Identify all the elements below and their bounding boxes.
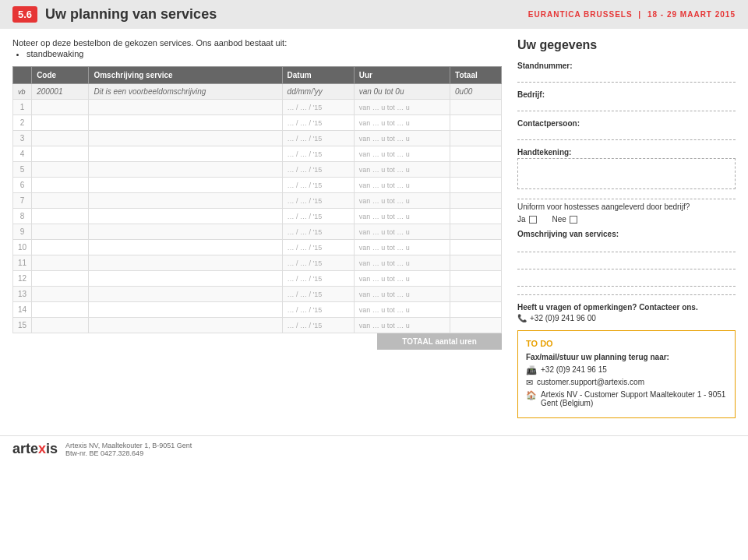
table-row: 2 … / … / '15 van … u tot … u (13, 115, 502, 131)
omschrijving-line3[interactable] (517, 276, 736, 287)
contact-phone: 📞 +32 (0)9 241 96 00 (517, 314, 736, 322)
col-datum: Datum (282, 67, 354, 84)
todo-text-1: customer.support@artexis.com (537, 378, 644, 386)
table-row: 3 … / … / '15 van … u tot … u (13, 131, 502, 146)
omschrijving-section: Omschrijving van services: (517, 230, 736, 287)
table-row: 13 … / … / '15 van … u tot … u (13, 287, 502, 302)
example-code: 200001 (32, 84, 89, 100)
main-content: Noteer op deze bestelbon de gekozen serv… (0, 29, 748, 428)
nee-checkbox[interactable] (570, 216, 577, 224)
example-row: vb 200001 Dit is een voorbeeldomschrijvi… (13, 84, 502, 100)
todo-box: TO DO Fax/mail/stuur uw planning terug n… (517, 330, 736, 418)
col-uur: Uur (354, 67, 450, 84)
field-handtekening: Handtekening: (517, 148, 736, 189)
todo-icon-1: ✉ (526, 378, 533, 388)
nee-label: Nee (552, 215, 566, 224)
logo-post: is (46, 441, 58, 456)
field-standnummer-label: Standnummer: (517, 62, 736, 70)
field-contactpersoon: Contactpersoon: (517, 119, 736, 140)
divider2 (517, 294, 736, 295)
event-info: EURANTICA BRUSSELS | 18 - 29 MAART 2015 (528, 10, 736, 19)
event-sep: | (638, 10, 641, 19)
phone-icon: 📞 (517, 314, 527, 322)
field-contactpersoon-label: Contactpersoon: (517, 119, 736, 128)
intro-bullets: standbewaking (12, 49, 502, 58)
example-description: Dit is een voorbeeldomschrijving (89, 84, 282, 100)
field-handtekening-area[interactable] (517, 158, 736, 189)
bullet-standbewaking: standbewaking (26, 49, 502, 58)
omschrijving-title: Omschrijving van services: (517, 230, 736, 238)
todo-item-1: ✉ customer.support@artexis.com (526, 378, 727, 388)
right-side: Uw gegevens Standnummer: Bedrijf: Contac… (517, 38, 736, 418)
example-prefix: vb (13, 84, 32, 100)
field-bedrijf-line[interactable] (517, 100, 736, 111)
ja-item: Ja (517, 215, 537, 224)
table-row: 9 … / … / '15 van … u tot … u (13, 224, 502, 240)
contact-section: Heeft u vragen of opmerkingen? Contactee… (517, 303, 736, 322)
header-bar: 5.6 Uw planning van services EURANTICA B… (0, 0, 748, 29)
table-row: 6 … / … / '15 van … u tot … u (13, 178, 502, 193)
field-bedrijf: Bedrijf: (517, 90, 736, 111)
totaal-cell: TOTAAL aantal uren (377, 333, 502, 350)
field-standnummer-line[interactable] (517, 72, 736, 83)
table-row: 1 … / … / '15 van … u tot … u (13, 100, 502, 115)
phone-number: +32 (0)9 241 96 00 (530, 314, 596, 322)
todo-icon-0: 📠 (526, 365, 537, 375)
table-row: 15 … / … / '15 van … u tot … u (13, 318, 502, 333)
table-row: 12 … / … / '15 van … u tot … u (13, 271, 502, 287)
example-datum: dd/mm/'yy (282, 84, 354, 100)
event-label: EURANTICA BRUSSELS (528, 10, 633, 19)
row-omschrijving (89, 100, 282, 115)
table-row: 10 … / … / '15 van … u tot … u (13, 240, 502, 255)
left-side: Noteer op deze bestelbon de gekozen serv… (12, 38, 502, 418)
todo-item-2: 🏠 Artexis NV - Customer Support Maalteko… (526, 390, 727, 407)
col-prefix (13, 67, 32, 84)
ja-nee-row: Ja Nee (517, 215, 736, 224)
row-totaal (450, 100, 502, 115)
logo-text: artexis (12, 441, 58, 457)
todo-subtitle: Fax/mail/stuur uw planning terug naar: (526, 353, 727, 361)
intro-line1: Noteer op deze bestelbon de gekozen serv… (12, 38, 502, 48)
row-uur: van … u tot … u (354, 100, 450, 115)
table-row: 4 … / … / '15 van … u tot … u (13, 146, 502, 162)
todo-icon-2: 🏠 (526, 390, 537, 400)
omschrijving-lines (517, 241, 736, 287)
field-contactpersoon-line[interactable] (517, 129, 736, 140)
logo-pre: arte (12, 441, 38, 456)
example-totaal: 0u00 (450, 84, 502, 100)
row-num: 1 (13, 100, 32, 115)
row-code (32, 100, 89, 115)
footer-address: Artexis NV, Maaltekouter 1, B-9051 Gent … (65, 442, 192, 457)
table-row: 7 … / … / '15 van … u tot … u (13, 193, 502, 209)
omschrijving-line2[interactable] (517, 259, 736, 269)
table-row: 8 … / … / '15 van … u tot … u (13, 209, 502, 224)
table-row: 11 … / … / '15 van … u tot … u (13, 255, 502, 271)
contact-question: Heeft u vragen of opmerkingen? Contactee… (517, 303, 736, 312)
ja-checkbox[interactable] (529, 216, 537, 224)
field-standnummer: Standnummer: (517, 62, 736, 83)
row-datum: … / … / '15 (282, 100, 354, 115)
section-number: 5.6 (12, 6, 37, 23)
field-bedrijf-label: Bedrijf: (517, 90, 736, 99)
example-uur: van 0u tot 0u (354, 84, 450, 100)
todo-title: TO DO (526, 339, 727, 348)
table-row: 5 … / … / '15 van … u tot … u (13, 162, 502, 178)
table-row: 14 … / … / '15 van … u tot … u (13, 302, 502, 318)
event-dates: 18 - 29 MAART 2015 (647, 10, 736, 19)
uw-gegevens-title: Uw gegevens (517, 38, 736, 52)
intro-text: Noteer op deze bestelbon de gekozen serv… (12, 38, 502, 58)
table-header: Code Omschrijving service Datum Uur Tota… (13, 67, 502, 84)
footer-address-line: Artexis NV, Maaltekouter 1, B-9051 Gent (65, 442, 192, 449)
totaal-row: TOTAAL aantal uren (12, 333, 502, 350)
omschrijving-line1[interactable] (517, 241, 736, 252)
artexis-logo: artexis (12, 441, 58, 457)
logo-x: x (38, 441, 46, 456)
col-code: Code (32, 67, 89, 84)
uniform-text: Uniform voor hostesses aangeleverd door … (517, 203, 736, 211)
footer-bar: artexis Artexis NV, Maaltekouter 1, B-90… (0, 435, 748, 462)
ja-label: Ja (517, 215, 526, 224)
col-omschrijving: Omschrijving service (89, 67, 282, 84)
field-handtekening-label: Handtekening: (517, 148, 736, 157)
divider1 (517, 199, 736, 199)
col-totaal: Totaal (450, 67, 502, 84)
